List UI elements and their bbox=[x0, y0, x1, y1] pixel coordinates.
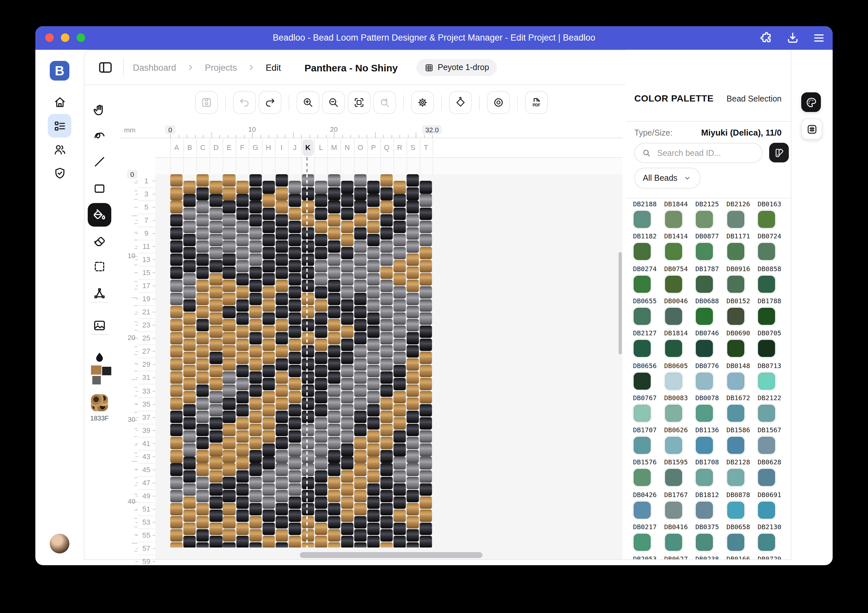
bead-cell[interactable] bbox=[249, 240, 262, 253]
bead-cell[interactable] bbox=[249, 397, 262, 410]
bead-cell[interactable] bbox=[236, 338, 248, 351]
bead-cell[interactable] bbox=[367, 457, 380, 469]
bead-cell[interactable] bbox=[380, 188, 393, 200]
bead-cell[interactable] bbox=[236, 273, 248, 286]
bead-cell[interactable] bbox=[420, 417, 432, 430]
bead-cell[interactable] bbox=[420, 444, 432, 456]
bead-cell[interactable] bbox=[367, 260, 380, 272]
bead-cell[interactable] bbox=[420, 181, 432, 194]
bead-cell[interactable] bbox=[210, 417, 222, 430]
bead-cell[interactable] bbox=[380, 450, 393, 463]
bead-cell[interactable] bbox=[302, 385, 314, 397]
bead-cell[interactable] bbox=[184, 391, 196, 403]
bead-cell[interactable] bbox=[170, 306, 183, 318]
bead-swatch-DB1787[interactable] bbox=[694, 274, 714, 294]
bead-cell[interactable] bbox=[184, 194, 196, 206]
bead-cell[interactable] bbox=[275, 227, 288, 239]
panel-toggle-icon[interactable] bbox=[97, 59, 114, 76]
bead-cell[interactable] bbox=[394, 194, 406, 206]
bead-cell[interactable] bbox=[170, 332, 183, 345]
bead-cell[interactable] bbox=[249, 266, 262, 279]
bead-cell[interactable] bbox=[210, 233, 222, 246]
bead-cell[interactable] bbox=[170, 293, 183, 305]
bead-cell[interactable] bbox=[302, 358, 314, 371]
bead-cell[interactable] bbox=[275, 542, 288, 548]
bead-cell[interactable] bbox=[249, 463, 262, 476]
bead-cell[interactable] bbox=[236, 207, 248, 220]
bead-cell[interactable] bbox=[394, 260, 406, 272]
bead-cell[interactable] bbox=[262, 247, 274, 259]
bead-cell[interactable] bbox=[184, 404, 196, 417]
bead-cell[interactable] bbox=[394, 417, 406, 430]
bead-swatch-DB1707[interactable] bbox=[632, 436, 652, 455]
bead-cell[interactable] bbox=[249, 293, 262, 305]
bead-swatch-DB0163[interactable] bbox=[757, 210, 777, 229]
bead-cell[interactable] bbox=[341, 404, 353, 417]
bead-swatch-DB1672[interactable] bbox=[726, 403, 746, 423]
bead-cell[interactable] bbox=[394, 470, 406, 482]
bead-cell[interactable] bbox=[315, 207, 327, 220]
bead-cell[interactable] bbox=[315, 536, 327, 548]
bead-cell[interactable] bbox=[354, 175, 367, 187]
bead-cell[interactable] bbox=[406, 253, 419, 265]
bead-cell[interactable] bbox=[197, 279, 209, 292]
bead-swatch-DB0605[interactable] bbox=[663, 371, 683, 391]
bead-cell[interactable] bbox=[236, 312, 248, 325]
bead-swatch-DB0690[interactable] bbox=[726, 338, 746, 358]
bead-cell[interactable] bbox=[288, 431, 301, 443]
bead-cell[interactable] bbox=[184, 378, 196, 390]
bead-cell[interactable] bbox=[223, 385, 235, 397]
bead-cell[interactable] bbox=[406, 397, 419, 410]
bead-cell[interactable] bbox=[170, 319, 183, 331]
breadcrumb-projects[interactable]: Projects bbox=[205, 62, 237, 72]
bead-cell[interactable] bbox=[354, 437, 367, 450]
bead-cell[interactable] bbox=[210, 260, 222, 272]
bead-cell[interactable] bbox=[223, 345, 235, 358]
bead-cell[interactable] bbox=[236, 352, 248, 364]
bead-cell[interactable] bbox=[380, 227, 393, 239]
bead-cell[interactable] bbox=[249, 516, 262, 528]
canvas-vertical-scrollbar[interactable] bbox=[618, 252, 622, 354]
bead-cell[interactable] bbox=[315, 299, 327, 312]
bead-cell[interactable] bbox=[249, 542, 262, 548]
bead-cell[interactable] bbox=[236, 260, 248, 272]
bead-cell[interactable] bbox=[354, 293, 367, 305]
bead-cell[interactable] bbox=[302, 201, 314, 213]
bead-cell[interactable] bbox=[367, 444, 380, 456]
bead-cell[interactable] bbox=[275, 319, 288, 331]
bead-swatch-DB0878[interactable] bbox=[726, 500, 746, 520]
bead-cell[interactable] bbox=[184, 365, 196, 377]
bead-cell[interactable] bbox=[380, 175, 393, 187]
bead-cell[interactable] bbox=[315, 181, 327, 194]
bead-cell[interactable] bbox=[394, 312, 406, 325]
bead-cell[interactable] bbox=[367, 299, 380, 312]
bead-swatch-DB2122[interactable] bbox=[757, 403, 777, 423]
bead-cell[interactable] bbox=[262, 509, 274, 521]
bead-cell[interactable] bbox=[197, 293, 209, 305]
bead-grid-panel-button[interactable] bbox=[801, 118, 822, 140]
bead-cell[interactable] bbox=[197, 214, 209, 226]
bead-cell[interactable] bbox=[354, 345, 367, 358]
bead-cell[interactable] bbox=[288, 470, 301, 482]
bead-cell[interactable] bbox=[170, 516, 183, 528]
bead-cell[interactable] bbox=[249, 411, 262, 424]
bead-swatch-DB0858[interactable] bbox=[757, 274, 777, 294]
bead-cell[interactable] bbox=[367, 220, 380, 233]
bead-cell[interactable] bbox=[341, 457, 353, 469]
bead-cell[interactable] bbox=[275, 306, 288, 318]
bead-cell[interactable] bbox=[394, 536, 406, 548]
bead-cell[interactable] bbox=[275, 411, 288, 424]
bead-cell[interactable] bbox=[223, 529, 235, 541]
bead-cell[interactable] bbox=[275, 214, 288, 226]
bead-cell[interactable] bbox=[197, 490, 209, 502]
bead-cell[interactable] bbox=[170, 397, 183, 410]
bead-cell[interactable] bbox=[236, 391, 248, 403]
bead-cell[interactable] bbox=[184, 483, 196, 495]
bead-cell[interactable] bbox=[380, 424, 393, 436]
bead-cell[interactable] bbox=[315, 431, 327, 443]
bead-swatch-DB0691[interactable] bbox=[757, 500, 777, 520]
bead-cell[interactable] bbox=[223, 293, 235, 305]
bead-cell[interactable] bbox=[380, 516, 393, 528]
bead-swatch-DB0656[interactable] bbox=[632, 371, 652, 391]
bead-cell[interactable] bbox=[328, 279, 340, 292]
